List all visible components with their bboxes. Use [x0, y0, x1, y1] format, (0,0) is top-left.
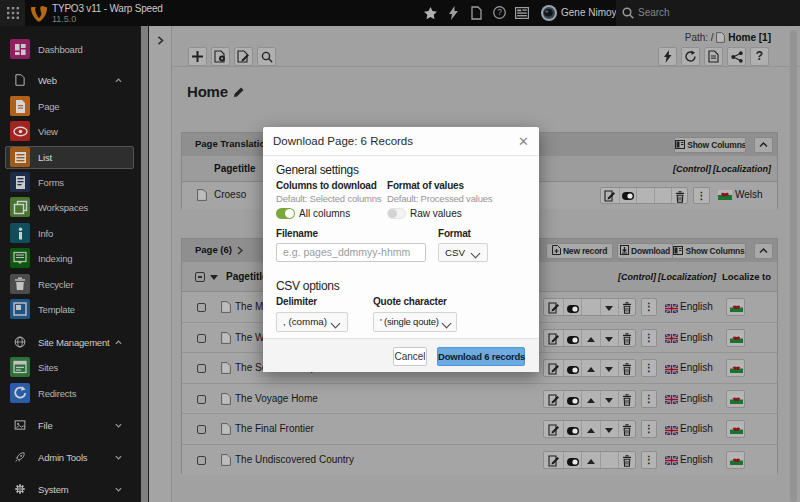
svg-text:?: ?	[497, 7, 502, 17]
